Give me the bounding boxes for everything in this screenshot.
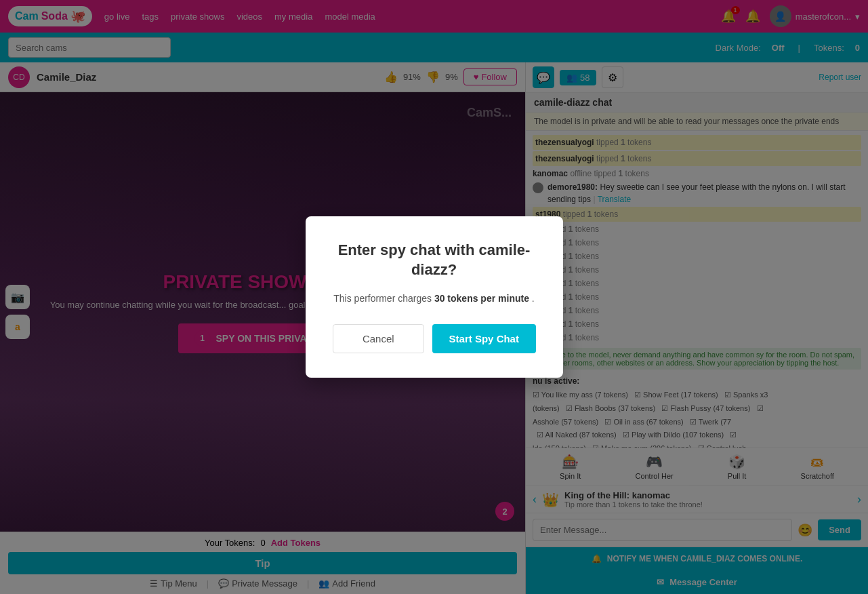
start-spy-chat-button[interactable]: Start Spy Chat [432,324,535,353]
modal-description: This performer charges 30 tokens per min… [333,293,536,304]
modal-amount: 30 tokens per minute [434,293,529,304]
spy-chat-modal: Enter spy chat with camile-diazz? This p… [306,216,563,378]
cancel-button[interactable]: Cancel [333,324,425,353]
modal-buttons: Cancel Start Spy Chat [333,324,536,353]
modal-overlay: Enter spy chat with camile-diazz? This p… [0,0,868,594]
modal-title: Enter spy chat with camile-diazz? [333,241,536,279]
